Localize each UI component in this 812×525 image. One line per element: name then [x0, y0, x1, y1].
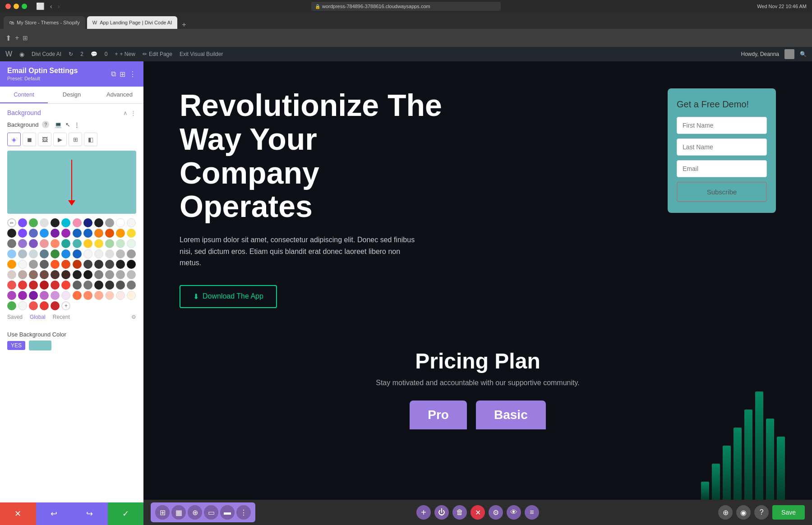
- toolbar-search-btn[interactable]: ⊕: [188, 505, 202, 520]
- swatch-f12[interactable]: [127, 270, 136, 279]
- swatch-d10[interactable]: [105, 249, 114, 258]
- swatch-g9[interactable]: [94, 281, 103, 290]
- swatch-f9[interactable]: [94, 270, 103, 279]
- undo-btn[interactable]: ↩: [36, 502, 72, 525]
- swatch-e4[interactable]: [40, 260, 49, 269]
- bg-help-icon[interactable]: ?: [42, 121, 49, 128]
- swatch-e8[interactable]: [83, 260, 92, 269]
- swatch-c12[interactable]: [127, 239, 136, 248]
- swatch-c6[interactable]: [61, 239, 70, 248]
- bg-pattern-btn[interactable]: ⊞: [69, 133, 82, 146]
- swatch-f6[interactable]: [61, 270, 70, 279]
- swatch-i2[interactable]: [18, 301, 27, 310]
- swatch-d11[interactable]: [116, 249, 125, 258]
- swatch-b7[interactable]: [73, 229, 82, 238]
- toolbar-help-btn[interactable]: ?: [754, 505, 769, 520]
- tab-design[interactable]: Design: [48, 87, 96, 103]
- swatch-h4[interactable]: [40, 291, 49, 300]
- global-label[interactable]: Global: [30, 314, 46, 320]
- settings-icon-small[interactable]: ⚙: [131, 314, 136, 320]
- swatch-d3[interactable]: [29, 249, 38, 258]
- swatch-c3[interactable]: [29, 239, 38, 248]
- panel-columns-icon[interactable]: ⊞: [120, 70, 125, 78]
- download-app-btn[interactable]: ⬇ Download The App: [180, 285, 277, 308]
- swatch-c11[interactable]: [116, 239, 125, 248]
- swatch-b8[interactable]: [83, 229, 92, 238]
- panel-more-icon[interactable]: ⋮: [129, 70, 136, 78]
- swatch-e3[interactable]: [29, 260, 38, 269]
- swatch-e7[interactable]: [73, 260, 82, 269]
- swatch-black1[interactable]: [51, 218, 60, 227]
- swatch-d12[interactable]: [127, 249, 136, 258]
- swatch-d4[interactable]: [40, 249, 49, 258]
- bg-image-btn[interactable]: 🖼: [38, 133, 51, 146]
- swatch-green[interactable]: [29, 218, 38, 227]
- tab-advanced[interactable]: Advanced: [96, 87, 143, 103]
- swatch-h10[interactable]: [105, 291, 114, 300]
- swatch-e2[interactable]: [18, 260, 27, 269]
- add-bookmark-icon[interactable]: +: [15, 34, 19, 42]
- swatch-b12[interactable]: [127, 229, 136, 238]
- share-icon[interactable]: ⬆: [5, 34, 11, 42]
- swatch-c10[interactable]: [105, 239, 114, 248]
- swatch-c9[interactable]: [94, 239, 103, 248]
- swatch-e11[interactable]: [116, 260, 125, 269]
- bg-device-icon[interactable]: 💻: [55, 121, 62, 128]
- swatch-d7[interactable]: [73, 249, 82, 258]
- swatch-h3[interactable]: [29, 291, 38, 300]
- toolbar-eye-btn[interactable]: 👁: [507, 505, 521, 520]
- redo-btn[interactable]: ↪: [72, 502, 108, 525]
- color-picker-btn[interactable]: ✏: [7, 218, 16, 227]
- toggle-box[interactable]: [29, 341, 51, 350]
- swatch-d1[interactable]: [7, 249, 16, 258]
- swatch-g2[interactable]: [18, 281, 27, 290]
- toggle-yes-label[interactable]: YES: [7, 341, 25, 350]
- swatch-g6[interactable]: [61, 281, 70, 290]
- forward-icon[interactable]: ›: [58, 3, 60, 10]
- section-more-icon[interactable]: ⋮: [130, 110, 136, 116]
- swatch-f10[interactable]: [105, 270, 114, 279]
- swatch-b6[interactable]: [61, 229, 70, 238]
- toolbar-settings-btn[interactable]: ⚙: [489, 505, 503, 520]
- swatch-h12[interactable]: [127, 291, 136, 300]
- swatch-c4[interactable]: [40, 239, 49, 248]
- new-tab-btn[interactable]: +: [182, 21, 186, 29]
- swatch-g1[interactable]: [7, 281, 16, 290]
- swatch-f1[interactable]: [7, 270, 16, 279]
- exit-builder-btn[interactable]: Exit Visual Builder: [180, 51, 223, 57]
- toolbar-bars-btn[interactable]: ≡: [525, 505, 539, 520]
- add-color-btn[interactable]: +: [61, 301, 70, 310]
- extensions-icon[interactable]: ⊞: [23, 34, 28, 41]
- swatch-h9[interactable]: [94, 291, 103, 300]
- swatch-i4[interactable]: [40, 301, 49, 310]
- swatch-medgray[interactable]: [105, 218, 114, 227]
- swatch-c7[interactable]: [73, 239, 82, 248]
- toolbar-trash-btn[interactable]: 🗑: [452, 505, 467, 520]
- edit-page-btn[interactable]: ✏ Edit Page: [143, 51, 172, 57]
- swatch-b1[interactable]: [7, 229, 16, 238]
- swatch-c1[interactable]: [7, 239, 16, 248]
- swatch-d8[interactable]: [83, 249, 92, 258]
- toolbar-power-btn[interactable]: ⏻: [434, 505, 449, 520]
- save-button[interactable]: Save: [772, 505, 805, 520]
- swatch-f4[interactable]: [40, 270, 49, 279]
- swatch-f11[interactable]: [116, 270, 125, 279]
- swatch-h7[interactable]: [73, 291, 82, 300]
- bg-mask-btn[interactable]: ◧: [84, 133, 97, 146]
- swatch-h2[interactable]: [18, 291, 27, 300]
- swatch-i5[interactable]: [51, 301, 60, 310]
- bg-gradient-btn[interactable]: ◈: [7, 133, 21, 146]
- subscribe-btn[interactable]: Subscribe: [677, 182, 767, 202]
- swatch-d2[interactable]: [18, 249, 27, 258]
- swatch-b10[interactable]: [105, 229, 114, 238]
- divi-logo-icon[interactable]: ◉: [19, 51, 24, 58]
- swatch-h11[interactable]: [116, 291, 125, 300]
- toolbar-more-btn[interactable]: ⋮: [236, 505, 251, 520]
- swatch-d6[interactable]: [61, 249, 70, 258]
- swatch-b2[interactable]: [18, 229, 27, 238]
- swatch-d5[interactable]: [51, 249, 60, 258]
- wp-logo-icon[interactable]: W: [5, 50, 12, 58]
- swatch-cyan[interactable]: [61, 218, 70, 227]
- swatch-c8[interactable]: [83, 239, 92, 248]
- swatch-h5[interactable]: [51, 291, 60, 300]
